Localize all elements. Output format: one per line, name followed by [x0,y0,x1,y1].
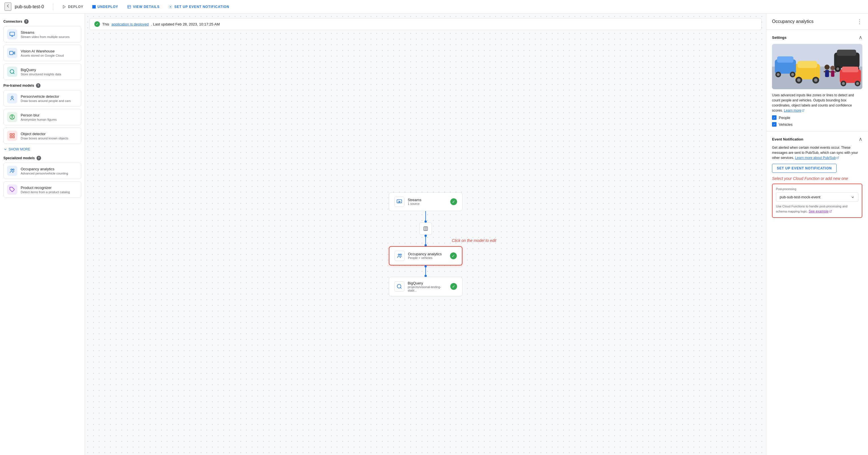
sidebar-item-occupancy-analytics[interactable]: Occupancy analytics Advanced person/vehi… [3,163,81,179]
sidebar-item-bigquery[interactable]: BigQuery Store structured insights data [3,63,81,80]
svg-point-62 [842,82,845,85]
settings-section: Settings ∧ [766,30,868,131]
sidebar-item-person-vehicle-detector[interactable]: Person/vehicle detector Draw boxes aroun… [3,90,81,107]
bigquery-check-icon: ✓ [450,283,457,290]
connectors-section-title: Connectors ? [3,19,81,24]
sidebar-item-person-blur[interactable]: Person blur Anonymize human figures [3,109,81,125]
application-deployed-link[interactable]: application is deployed [112,22,149,26]
people-checkbox-label: People [779,116,790,120]
canvas-content: Streams 1 source ✓ Click on the model to… [85,33,766,455]
svg-point-44 [797,79,801,82]
settings-collapse-button[interactable]: ∧ [859,34,862,40]
svg-line-73 [803,109,805,111]
vehicles-checkbox-label: Vehicles [779,122,793,127]
product-recognizer-icon [7,184,17,194]
svg-line-74 [838,157,839,158]
people-checkbox-row: ✓ People [772,115,862,120]
object-detector-icon [7,131,17,141]
svg-point-22 [11,115,13,117]
svg-rect-32 [424,226,428,231]
divider [53,3,53,10]
settings-section-header: Settings ∧ [772,34,862,40]
deploy-button[interactable]: DEPLOY [58,2,88,12]
post-processing-label: Post-processing [776,187,858,191]
sidebar-item-streams[interactable]: Streams Stream video from multiple sourc… [3,26,81,42]
sidebar-item-object-detector[interactable]: Object detector Draw boxes around known … [3,127,81,144]
svg-rect-71 [830,71,832,72]
right-panel-header: Occupancy analytics ⋮ [766,13,868,30]
person-vehicle-detector-icon [7,93,17,103]
occupancy-flow-node[interactable]: Occupancy analytics People + vehicles ✓ [389,246,462,266]
vision-ai-warehouse-item-text: Vision AI Warehouse Assets stored on Goo… [21,49,64,57]
setup-event-notification-button[interactable]: SET UP EVENT NOTIFICATION [164,2,234,12]
show-more-button[interactable]: SHOW MORE [3,146,81,152]
svg-line-8 [172,8,172,8]
svg-rect-67 [824,71,826,72]
deployed-status-icon: ✓ [94,21,100,27]
see-example-link[interactable]: See example [809,209,832,214]
cloud-functions-description: Use Cloud Functions to handle post-proce… [776,204,858,214]
occupancy-analytics-text: Occupancy analytics Advanced person/vehi… [21,167,68,175]
svg-point-27 [11,169,12,170]
svg-line-19 [13,73,14,74]
svg-point-35 [398,254,400,255]
sidebar: Connectors ? Streams Stream video from m… [0,13,85,455]
event-notification-description: Get alerted when certain model events oc… [772,145,862,160]
select-cloud-hint-text: Select your Cloud Function or add new on… [772,176,862,181]
svg-line-12 [172,5,172,6]
connectors-help-icon[interactable]: ? [24,19,29,24]
learn-more-pubsub-link[interactable]: Learn more about Pub/Sub [795,155,839,160]
svg-point-56 [836,67,839,70]
svg-line-38 [400,287,401,289]
pretrained-help-icon[interactable]: ? [36,83,40,88]
view-details-button[interactable]: VIEW DETAILS [123,2,164,12]
streams-flow-node-text: Streams 1 source [408,198,422,205]
sidebar-item-product-recognizer[interactable]: Product recognizer Detect items from a p… [3,181,81,198]
svg-point-69 [830,66,835,70]
pretrained-section-title: Pre-trained models ? [3,83,81,88]
svg-rect-70 [831,70,834,77]
streams-flow-node-icon [394,196,404,207]
svg-point-64 [856,82,859,85]
canvas-status-bar: ✓ This application is deployed . Last up… [90,18,762,30]
sidebar-item-vision-ai-warehouse[interactable]: Vision AI Warehouse Assets stored on Goo… [3,45,81,61]
post-processing-dropdown[interactable]: pub-sub-test-mock-event [776,192,858,202]
object-detector-text: Object detector Draw boxes around known … [21,132,68,140]
status-text-suffix: . Last updated Feb 28, 2023, 10:17:25 AM [151,22,220,26]
streams-flow-node[interactable]: Streams 1 source ✓ [389,192,462,211]
svg-rect-72 [834,71,836,72]
vehicles-checkbox[interactable]: ✓ [772,122,777,127]
back-button[interactable] [4,3,11,11]
settings-section-title: Settings [772,35,786,40]
vehicles-checkbox-row: ✓ Vehicles [772,122,862,127]
svg-point-4 [170,6,171,7]
topbar-actions: DEPLOY UNDEPLOY VIEW DETAILS SET UP EVEN… [58,2,234,12]
flow-connector-3 [425,266,426,277]
svg-point-65 [825,65,830,70]
learn-more-link[interactable]: Learn more [784,108,805,113]
person-vehicle-detector-text: Person/vehicle detector Draw boxes aroun… [21,94,71,102]
svg-point-18 [10,70,14,73]
svg-rect-23 [10,134,12,135]
svg-rect-48 [777,56,794,63]
vision-ai-warehouse-icon [7,48,17,58]
svg-rect-1 [128,5,131,8]
svg-marker-0 [63,5,65,8]
specialized-help-icon[interactable]: ? [36,156,41,160]
undeploy-button[interactable]: UNDEPLOY [88,2,123,12]
bigquery-flow-node-icon [394,281,404,292]
specialized-section-title: Specialized models ? [3,156,81,160]
stop-icon [92,5,96,8]
bigquery-flow-node[interactable]: BigQuery projects/visional-testing-stabl… [389,277,462,296]
more-options-icon[interactable]: ⋮ [857,18,862,25]
event-collapse-button[interactable]: ∧ [859,136,862,142]
svg-rect-42 [798,61,817,68]
people-checkbox[interactable]: ✓ [772,115,777,120]
occupancy-node-wrapper: Click on the model to edit Occupancy ana… [389,246,462,266]
svg-point-50 [777,73,780,76]
setup-event-notification-panel-button[interactable]: SET UP EVENT NOTIFICATION [772,164,837,173]
occupancy-analytics-icon [7,166,17,176]
svg-point-37 [397,284,401,288]
svg-rect-26 [13,136,14,138]
streams-check-icon: ✓ [450,198,457,205]
